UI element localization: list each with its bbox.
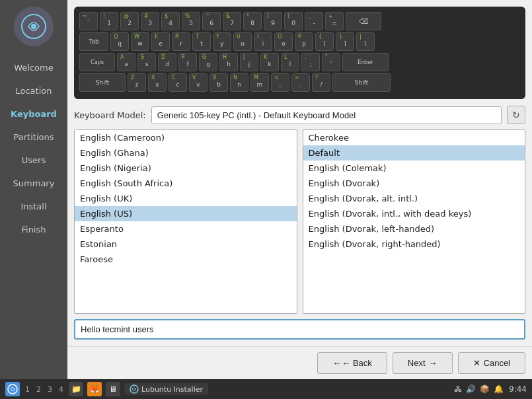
kb-key-1[interactable]: !1 — [100, 12, 118, 30]
list-item[interactable]: English (Colemak) — [303, 161, 525, 176]
kb-key-2[interactable]: @2 — [120, 12, 139, 30]
kb-key-9[interactable]: (9 — [264, 12, 282, 30]
sidebar-item-keyboard[interactable]: Keyboard — [0, 102, 67, 126]
sidebar-item-summary[interactable]: Summary — [0, 172, 67, 195]
refresh-button[interactable]: ↻ — [507, 106, 525, 124]
kb-key-tilde[interactable]: ~` — [79, 12, 98, 30]
kb-key-x[interactable]: Xx — [148, 73, 167, 92]
kb-key-quote[interactable]: "' — [322, 53, 340, 71]
taskbar-lubuntu-icon[interactable] — [5, 382, 20, 396]
taskbar-num-4[interactable]: 4 — [57, 385, 65, 394]
list-item[interactable]: Faroese — [75, 252, 297, 267]
kb-key-shift-right[interactable]: Shift — [332, 73, 391, 92]
kb-key-minus[interactable]: _- — [305, 12, 323, 30]
list-item[interactable]: English (Ghana) — [75, 145, 297, 161]
kb-key-comma[interactable]: <, — [271, 73, 289, 92]
list-item[interactable]: Cherokee — [303, 130, 525, 145]
kb-key-f[interactable]: Ff — [178, 53, 197, 71]
sidebar-item-users[interactable]: Users — [0, 149, 67, 172]
installer-icon — [130, 384, 139, 394]
kb-key-6[interactable]: ^6 — [202, 12, 221, 30]
list-item[interactable]: English (UK) — [75, 191, 297, 206]
kb-key-w[interactable]: Ww — [131, 32, 149, 51]
kb-key-0[interactable]: )0 — [284, 12, 303, 30]
kb-key-z[interactable]: Zz — [128, 73, 146, 92]
kb-key-bracket-r[interactable]: }] — [336, 32, 354, 51]
back-button[interactable]: ← ← Back — [317, 352, 387, 374]
taskbar-num-1[interactable]: 1 — [24, 385, 31, 394]
sidebar-item-location[interactable]: Location — [0, 79, 67, 102]
kb-key-caps[interactable]: Caps — [79, 53, 115, 71]
list-item[interactable]: English (Dvorak, right-handed) — [303, 236, 525, 252]
list-item[interactable]: English (Dvorak) — [303, 176, 525, 191]
kb-key-o[interactable]: Oo — [274, 32, 293, 51]
kb-key-backslash[interactable]: |\ — [356, 32, 375, 51]
sidebar-item-partitions[interactable]: Partitions — [0, 126, 67, 149]
sidebar-item-welcome[interactable]: Welcome — [0, 56, 67, 79]
kb-key-semicolon[interactable]: :; — [301, 53, 320, 71]
list-item-selected[interactable]: Default — [303, 145, 525, 161]
taskbar-num-3[interactable]: 3 — [46, 385, 54, 394]
kb-key-backspace[interactable]: ⌫ — [346, 12, 381, 30]
keyboard-lists: English (Cameroon) English (Ghana) Engli… — [74, 129, 525, 314]
cancel-button[interactable]: ✕ Cancel — [458, 352, 525, 374]
model-select[interactable]: Generic 105-key PC (intl.) - Default Key… — [151, 106, 502, 124]
next-arrow-icon: → — [429, 358, 437, 368]
list-item-selected[interactable]: English (US) — [75, 206, 297, 221]
taskbar-num-2[interactable]: 2 — [35, 385, 42, 394]
cancel-icon: ✕ — [473, 358, 480, 368]
kb-key-3[interactable]: #3 — [141, 12, 159, 30]
kb-key-s[interactable]: Ss — [137, 53, 156, 71]
kb-key-h[interactable]: Hh — [219, 53, 238, 71]
list-item[interactable]: English (Dvorak, alt. intl.) — [303, 191, 525, 206]
kb-key-a[interactable]: Aa — [117, 53, 135, 71]
kb-key-8[interactable]: *8 — [243, 12, 262, 30]
kb-key-l[interactable]: Ll — [281, 53, 299, 71]
kb-key-t[interactable]: Tt — [192, 32, 211, 51]
sidebar-item-install[interactable]: Install — [0, 195, 67, 218]
taskbar-terminal-icon[interactable]: 🖥 — [106, 382, 120, 396]
list-item[interactable]: English (Nigeria) — [75, 161, 297, 176]
kb-key-b[interactable]: Bb — [209, 73, 228, 92]
kb-key-d[interactable]: Dd — [158, 53, 176, 71]
kb-key-bracket-l[interactable]: {[ — [315, 32, 334, 51]
kb-key-5[interactable]: %5 — [182, 12, 200, 30]
kb-key-enter[interactable]: Enter — [342, 53, 389, 71]
kb-key-n[interactable]: Nn — [230, 73, 248, 92]
list-item[interactable]: Estonian — [75, 236, 297, 252]
kb-key-shift-left[interactable]: Shift — [79, 73, 126, 92]
kb-key-m[interactable]: Mm — [250, 73, 269, 92]
kb-key-r[interactable]: Rr — [172, 32, 190, 51]
sidebar-item-finish[interactable]: Finish — [0, 218, 67, 241]
kb-key-i[interactable]: Ii — [254, 32, 272, 51]
kb-key-tab[interactable]: Tab — [79, 32, 108, 51]
list-item[interactable]: English (Cameroon) — [75, 130, 297, 145]
kb-key-7[interactable]: &7 — [223, 12, 241, 30]
list-item[interactable]: Esperanto — [75, 221, 297, 236]
kb-key-e[interactable]: Ee — [151, 32, 170, 51]
list-item[interactable]: English (Dvorak, intl., with dead keys) — [303, 206, 525, 221]
keyboard-test-input[interactable] — [74, 319, 525, 340]
language-list[interactable]: English (Cameroon) English (Ghana) Engli… — [74, 129, 297, 314]
kb-key-g[interactable]: Gg — [199, 53, 217, 71]
kb-key-k[interactable]: Kk — [260, 53, 279, 71]
kb-key-q[interactable]: Qq — [110, 32, 129, 51]
taskbar-files-icon[interactable]: 📁 — [69, 382, 83, 396]
kb-key-equals[interactable]: += — [325, 12, 344, 30]
kb-key-slash[interactable]: ?/ — [312, 73, 330, 92]
list-item[interactable]: English (Dvorak, left-handed) — [303, 221, 525, 236]
taskbar-installer-app[interactable]: Lubuntu Installer — [124, 383, 208, 395]
kb-key-u[interactable]: Uu — [233, 32, 252, 51]
list-item[interactable]: English (South Africa) — [75, 176, 297, 191]
next-button[interactable]: Next → — [393, 352, 453, 374]
kb-key-4[interactable]: $4 — [161, 12, 180, 30]
kb-key-p[interactable]: Pp — [295, 32, 313, 51]
kb-key-period[interactable]: >. — [291, 73, 310, 92]
kb-key-c[interactable]: Cc — [169, 73, 187, 92]
tray-volume-icon: 🔊 — [466, 384, 476, 394]
kb-key-v[interactable]: Vv — [189, 73, 208, 92]
taskbar-firefox-icon[interactable]: 🦊 — [87, 382, 102, 396]
kb-key-y[interactable]: Yy — [213, 32, 231, 51]
kb-key-j[interactable]: Jj — [240, 53, 258, 71]
variant-list[interactable]: Cherokee Default English (Colemak) Engli… — [303, 129, 526, 314]
